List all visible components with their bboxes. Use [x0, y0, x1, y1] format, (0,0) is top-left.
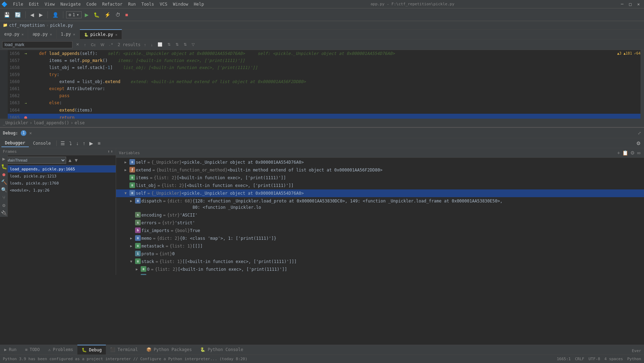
menu-help[interactable]: Help	[191, 1, 207, 7]
side-git-icon[interactable]: ⑂	[0, 194, 8, 201]
menu-file[interactable]: File	[10, 1, 26, 7]
var-expand-stack-0[interactable]: ▶	[136, 266, 141, 273]
debug-close-btn[interactable]: ✕	[29, 131, 32, 136]
tab-pickle[interactable]: 🐍 pickle.py ✕	[80, 29, 122, 39]
debug-bc-else[interactable]: else	[75, 120, 85, 125]
var-row-len[interactable]: i __len__ = {int} 1	[116, 273, 644, 275]
menu-tools[interactable]: Tools	[139, 1, 157, 7]
menu-view[interactable]: View	[42, 1, 58, 7]
save-button[interactable]: 💾	[2, 11, 12, 19]
side-run-icon[interactable]: ▶	[0, 155, 8, 163]
coverage-button[interactable]: ⚡	[103, 11, 112, 19]
git-button[interactable]: 👤	[51, 11, 60, 19]
debug-step-into-btn[interactable]: ↓	[74, 140, 80, 147]
var-expand-memo[interactable]: ▶	[130, 235, 135, 242]
side-debug-icon[interactable]: 🐛	[0, 163, 8, 170]
search-close-highlight[interactable]: ⬜	[156, 42, 164, 48]
tab-debugger[interactable]: Debugger	[1, 139, 29, 147]
side-plugins-icon[interactable]: 🔌	[0, 209, 8, 217]
var-expand-extend[interactable]: ▶	[125, 167, 129, 173]
var-row-encoding[interactable]: s encoding = {str} 'ASCII'	[116, 211, 644, 219]
vars-settings-btn[interactable]: ⚙	[630, 149, 636, 156]
tab-1py-close[interactable]: ✕	[73, 32, 75, 36]
tab-debug[interactable]: 🐛 Debug	[77, 345, 106, 355]
tab-1py[interactable]: 1.py ✕	[57, 29, 80, 39]
file-encoding[interactable]: UTF-8	[588, 357, 600, 361]
line-separator[interactable]: CRLF	[575, 357, 585, 361]
debug-run-button[interactable]: 🐛	[92, 11, 101, 19]
menu-run[interactable]: Run	[125, 1, 139, 7]
var-row-self-top[interactable]: ▶ ≡ self = {_Unpickler} <pickle._Unpickl…	[116, 158, 644, 166]
var-expand-stack[interactable]: ▼	[130, 258, 135, 265]
debug-step-out-btn[interactable]: ↑	[81, 140, 87, 147]
search-down-btn[interactable]: ↓	[149, 42, 154, 48]
back-button[interactable]: ◀	[28, 11, 36, 19]
thread-up-btn[interactable]: ▲	[68, 157, 72, 163]
debug-bc-unpickler[interactable]: _Unpickler	[3, 120, 28, 125]
frame-item-3[interactable]: 📄 <module>, 1.py:26	[0, 187, 116, 194]
var-row-fix-imports[interactable]: b fix_imports = {bool} True	[116, 227, 644, 234]
menu-window[interactable]: Window	[170, 1, 191, 7]
run-button[interactable]: ▶	[83, 11, 90, 19]
tab-console[interactable]: Console	[30, 140, 55, 147]
menu-navigate[interactable]: Navigate	[58, 1, 84, 7]
debug-evaluate-btn[interactable]: ≡	[96, 140, 102, 147]
close-btn[interactable]: ✕	[635, 1, 643, 7]
var-row-extend[interactable]: ▶ ƒ extend = {builtin_function_or_method…	[116, 166, 644, 174]
profile-button[interactable]: ⏱	[114, 11, 122, 19]
tab-python-console[interactable]: 🐍 Python Console	[196, 345, 247, 355]
tab-app-close[interactable]: ✕	[50, 32, 52, 36]
side-build-icon[interactable]: 🔨	[0, 178, 8, 186]
interpreter-info[interactable]: Python	[627, 357, 641, 361]
breadcrumb-file[interactable]: pickle.py	[50, 23, 73, 28]
var-row-listobj[interactable]: ≡ list_obj = {list: 2} [<built-in functi…	[116, 182, 644, 189]
tab-problems[interactable]: ⚠ Problems	[44, 345, 77, 355]
var-row-self-expanded[interactable]: ▼ ≡ self = {_Unpickler} <pickle._Unpickl…	[116, 189, 644, 197]
var-expand-self-top[interactable]: ▶	[125, 159, 129, 165]
search-regex[interactable]: .＊	[108, 41, 115, 48]
side-settings-icon[interactable]: ⚙	[0, 201, 8, 209]
editor[interactable]: 1656 → def load_appends(self): self: <pi…	[0, 50, 644, 119]
cursor-position[interactable]: 1665:1	[557, 357, 571, 361]
var-row-metastack[interactable]: ▶ ≡ metastack = {list: 1} [[]]	[116, 242, 644, 250]
var-expand-self-expanded[interactable]: ▼	[125, 190, 129, 196]
debug-expand-btn[interactable]: ⤢	[638, 131, 641, 136]
menu-code[interactable]: Code	[84, 1, 100, 7]
minimize-btn[interactable]: ─	[618, 1, 626, 7]
menu-refactor[interactable]: Refactor	[99, 1, 125, 7]
search-option1[interactable]: ⇅	[166, 42, 172, 48]
var-row-dispatch[interactable]: ▶ ≡ dispatch = {dict: 68} {128: <functio…	[116, 197, 644, 211]
frame-item-1[interactable]: 📄 load, pickle.py:1213	[0, 173, 116, 180]
frame-item-0[interactable]: 📄 load_appends, pickle.py:1665	[0, 165, 116, 173]
run-config-dropdown[interactable]: ⚙1▾	[66, 11, 82, 18]
debug-settings-btn[interactable]: ⚙	[635, 140, 643, 147]
search-option3[interactable]: ⇅	[182, 42, 188, 48]
tab-app[interactable]: app.py ✕	[28, 29, 56, 39]
side-stop-icon[interactable]: ●	[0, 170, 8, 178]
var-expand-metastack[interactable]: ▶	[130, 243, 135, 249]
tab-run[interactable]: ▶ Run	[0, 345, 21, 355]
search-case-sensitive[interactable]: Cc	[90, 42, 97, 48]
var-row-stack-0[interactable]: ▶ ≡ 0 = {list: 2} [<built-in function ex…	[116, 265, 644, 273]
forward-button[interactable]: ▶	[37, 11, 45, 19]
menu-vcs[interactable]: VCS	[157, 1, 170, 7]
event-log-link[interactable]: Ever	[629, 347, 644, 355]
frames-sort-btn[interactable]: ⬆	[108, 149, 110, 154]
frame-item-2[interactable]: 📄 loads, pickle.py:1760	[0, 180, 116, 187]
search-word[interactable]: W	[99, 42, 106, 48]
vars-infinity-btn[interactable]: ∞	[636, 149, 641, 156]
search-input[interactable]	[2, 41, 72, 48]
var-row-memo[interactable]: ▶ ≡ memo = {dict: 2} {0: <class 'map'>, …	[116, 234, 644, 242]
debug-bc-method[interactable]: load_appends()	[33, 120, 69, 125]
tab-pickle-close[interactable]: ✕	[115, 33, 117, 37]
var-row-proto[interactable]: i proto = {int} 0	[116, 250, 644, 258]
vars-add-btn[interactable]: +	[617, 149, 621, 156]
menu-edit[interactable]: Edit	[26, 1, 42, 7]
tab-todo[interactable]: ≡ TODO	[21, 345, 44, 355]
var-row-errors[interactable]: s errors = {str} 'strict'	[116, 219, 644, 227]
tab-terminal[interactable]: ⬛ Terminal	[106, 345, 142, 355]
stop-button[interactable]: ■	[123, 11, 130, 19]
search-prev-match[interactable]: ↑	[83, 42, 88, 48]
var-row-stack[interactable]: ▼ ≡ stack = {list: 1} [[<built-in functi…	[116, 258, 644, 265]
thread-dropdown[interactable]: MainThread	[3, 157, 66, 164]
